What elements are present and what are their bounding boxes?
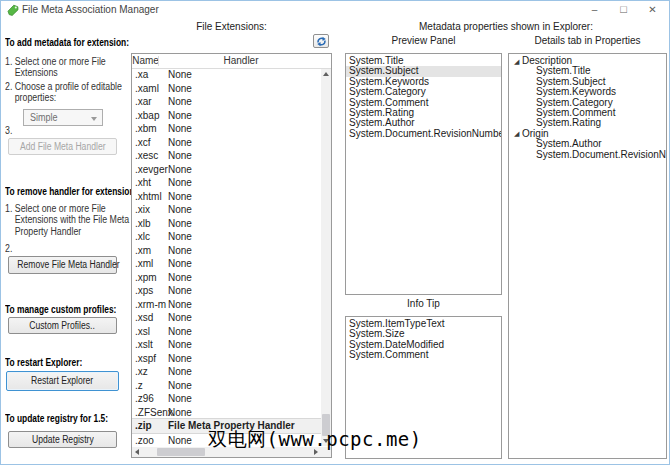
extension-row-xspf[interactable]: .xspfNone [132, 352, 322, 366]
extension-row-xevger[interactable]: .xevgerNone [132, 163, 322, 177]
metadata-properties-label: Metadata properties shown in Explorer: [345, 21, 667, 32]
file-extensions-list[interactable]: Name Handler .xaNone.xamlNone.xarNone.xb… [131, 53, 332, 458]
step-line: properties: [5, 92, 122, 103]
profile-dropdown[interactable]: Simple [23, 109, 103, 126]
tree-item[interactable]: System.Document.RevisionNumber [509, 150, 666, 160]
extension-name: .xar [135, 95, 152, 109]
extension-name: .xesc [135, 149, 158, 163]
details-tab-label: Details tab in Properties [508, 35, 667, 46]
expander-icon[interactable]: ◢ [514, 57, 522, 68]
extension-handler: None [168, 338, 192, 352]
column-header-handler[interactable]: Handler [159, 55, 323, 66]
refresh-button[interactable] [313, 34, 329, 48]
extension-row-z[interactable]: .zNone [132, 379, 322, 393]
window-controls: – □ ✕ [580, 1, 667, 19]
extension-row-xbm[interactable]: .xbmNone [132, 122, 322, 136]
tree-item[interactable]: System.Author [509, 139, 666, 149]
extension-name: .xevger [135, 163, 168, 177]
update-registry-heading: To update registry for 1.5: [5, 413, 108, 424]
extension-row-xsd[interactable]: .xsdNone [132, 311, 322, 325]
tree-item[interactable]: System.Keywords [509, 87, 666, 97]
extension-row-z96[interactable]: .z96None [132, 392, 322, 406]
extension-row-xslt[interactable]: .xsltNone [132, 338, 322, 352]
extension-row-xz[interactable]: .xzNone [132, 365, 322, 379]
expander-icon[interactable]: ◢ [514, 129, 522, 140]
details-tree[interactable]: ◢DescriptionSystem.TitleSystem.SubjectSy… [508, 53, 667, 459]
extension-handler: None [168, 230, 192, 244]
extension-row-xm[interactable]: .xmNone [132, 244, 322, 258]
step-line: Extensions with the File Meta [5, 214, 129, 225]
list-item[interactable]: System.Document.RevisionNumber [346, 129, 501, 139]
extension-handler: None [168, 244, 192, 258]
update-registry-button[interactable]: Update Registry [8, 431, 117, 448]
restart-explorer-button[interactable]: Restart Explorer [6, 371, 119, 391]
window-title: File Meta Association Manager [22, 4, 159, 15]
extension-row-xa[interactable]: .xaNone [132, 68, 322, 82]
preview-panel-list[interactable]: System.TitleSystem.SubjectSystem.Keyword… [345, 53, 502, 295]
extension-row-xht[interactable]: .xhtNone [132, 176, 322, 190]
extension-handler: None [168, 203, 192, 217]
extension-row-xesc[interactable]: .xescNone [132, 149, 322, 163]
extension-row-xlb[interactable]: .xlbNone [132, 217, 322, 231]
vertical-scrollbar[interactable] [321, 69, 331, 446]
extension-row-xrm-m[interactable]: .xrm-mNone [132, 298, 322, 312]
list-item[interactable]: System.Category [346, 87, 501, 97]
remove-step1: 1. Select one or more FileExtensions wit… [5, 203, 129, 237]
extension-handler: None [168, 109, 192, 123]
scroll-left-icon[interactable] [135, 449, 139, 455]
column-header-name[interactable]: Name [132, 55, 159, 66]
custom-profiles-button[interactable]: Custom Profiles.. [8, 317, 117, 334]
extension-row-ZFSenx[interactable]: .ZFSenxNone [132, 406, 322, 420]
extension-row-xlc[interactable]: .xlcNone [132, 230, 322, 244]
extension-row-xar[interactable]: .xarNone [132, 95, 322, 109]
extension-row-xpm[interactable]: .xpmNone [132, 271, 322, 285]
extension-name: .xbm [135, 122, 157, 136]
extension-name: .xslt [135, 338, 153, 352]
dropdown-arrow-icon [91, 117, 97, 121]
remove-handler-heading: To remove handler for extension: [5, 186, 137, 197]
list-header[interactable]: Name Handler [132, 54, 331, 69]
extension-handler: None [168, 176, 192, 190]
minimize-button[interactable]: – [580, 1, 609, 19]
add-step3: 3. [5, 125, 12, 136]
extension-name: .xspf [135, 352, 156, 366]
extension-row-xix[interactable]: .xixNone [132, 203, 322, 217]
close-button[interactable]: ✕ [638, 1, 667, 19]
extension-name: .xa [135, 68, 148, 82]
watermark-text: 双电网(www.pcpc.me) [208, 427, 422, 453]
tree-group-label: Description [522, 55, 572, 66]
maximize-button[interactable]: □ [609, 1, 638, 19]
step-line: Extensions [5, 67, 106, 78]
extension-handler: None [168, 271, 192, 285]
step-line: 1. Select one or more File [5, 203, 129, 214]
extension-handler: None [168, 365, 192, 379]
extension-name: .xsl [135, 325, 150, 339]
titlebar[interactable]: File Meta Association Manager – □ ✕ [1, 1, 669, 19]
step-line: Property Handler [5, 226, 129, 237]
extension-row-xml[interactable]: .xmlNone [132, 257, 322, 271]
extension-handler: None [168, 298, 192, 312]
info-tip-label: Info Tip [345, 298, 502, 309]
extension-name: .xht [135, 176, 151, 190]
extension-handler: None [168, 406, 192, 420]
list-item[interactable]: System.Comment [346, 350, 501, 360]
extension-name: .xz [135, 365, 148, 379]
extension-row-xaml[interactable]: .xamlNone [132, 82, 322, 96]
extension-handler: None [168, 149, 192, 163]
extension-row-xps[interactable]: .xpsNone [132, 284, 322, 298]
extension-handler: None [168, 392, 192, 406]
extension-row-xcf[interactable]: .xcfNone [132, 136, 322, 150]
tree-group-label: Origin [522, 128, 549, 139]
extension-row-xhtml[interactable]: .xhtmlNone [132, 190, 322, 204]
remove-file-meta-handler-button[interactable]: Remove File Meta Handler [8, 256, 117, 274]
refresh-icon [316, 36, 327, 47]
horizontal-scroll-thumb[interactable] [157, 448, 205, 456]
extension-row-xsl[interactable]: .xslNone [132, 325, 322, 339]
custom-profiles-heading: To manage custom profiles: [5, 304, 116, 315]
extension-name: .xcf [135, 136, 151, 150]
step-line: 1. Select one or more File [5, 56, 106, 67]
scroll-up-icon[interactable] [323, 72, 329, 76]
extension-row-xbap[interactable]: .xbapNone [132, 109, 322, 123]
app-window: File Meta Association Manager – □ ✕ File… [0, 0, 670, 465]
add-file-meta-handler-button[interactable]: Add File Meta Handler [8, 138, 117, 155]
